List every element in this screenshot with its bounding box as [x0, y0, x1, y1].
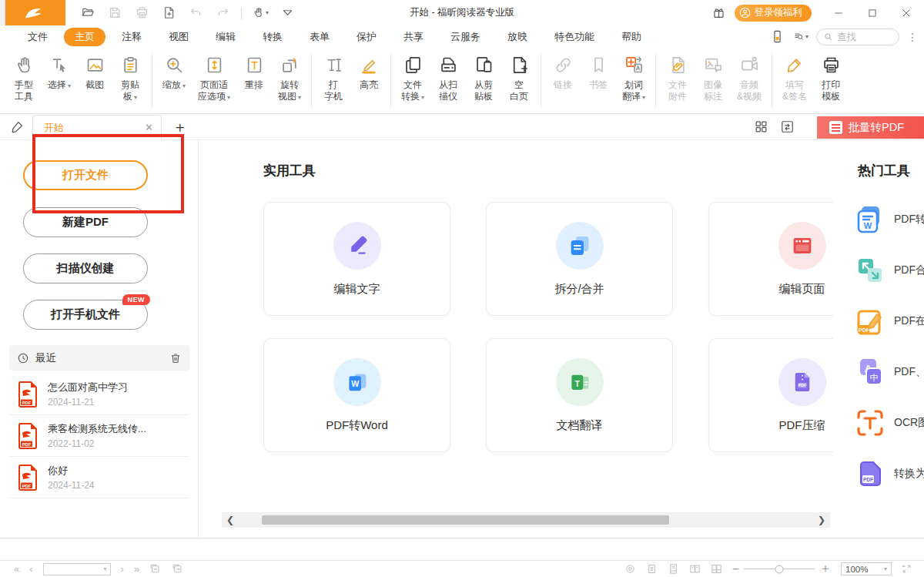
pan-mode-icon[interactable] — [624, 563, 637, 575]
zoom-level-box[interactable]: 100% ▾ — [841, 562, 892, 575]
utility-card-PDF压缩[interactable]: PDF PDF压缩 — [708, 338, 833, 452]
sidebar-button-新建PDF[interactable]: 新建PDF — [23, 207, 148, 237]
utility-card-PDF转Word[interactable]: W PDF转Word — [263, 338, 450, 452]
grid-view-icon[interactable] — [754, 119, 769, 135]
recent-file-item[interactable]: PDF 你好 2024-11-24 — [9, 457, 189, 498]
sidebar-button-打开手机文件[interactable]: 打开手机文件NEW — [23, 300, 148, 330]
utility-card-编辑文字[interactable]: 编辑文字 — [263, 202, 450, 316]
hot-tool-PDF转[interactable]: W PDF转 — [855, 194, 924, 245]
utility-card-文档翻译[interactable]: T 文档翻译 — [486, 338, 673, 452]
menu-item-云服务[interactable]: 云服务 — [450, 30, 480, 44]
ribbon-tool-链接[interactable]: 链接 — [545, 48, 581, 113]
hot-tool-PDF在[interactable]: PDF PDF在 — [855, 296, 924, 347]
redo-icon[interactable] — [214, 5, 231, 22]
scroll-left-icon[interactable]: ❮ — [222, 515, 239, 525]
facing-view-icon[interactable] — [689, 563, 701, 575]
menu-item-共享[interactable]: 共享 — [403, 30, 424, 44]
ribbon-tool-打印模板[interactable]: 打印模板 — [813, 48, 849, 113]
minimize-button[interactable] — [832, 6, 845, 20]
page-number-box[interactable]: ▾ — [43, 563, 111, 575]
ribbon-tool-旋转视图[interactable]: 旋转视图▾ — [272, 48, 307, 113]
search-input[interactable] — [837, 32, 891, 42]
first-page-icon[interactable]: « — [14, 564, 19, 574]
menu-item-特色功能[interactable]: 特色功能 — [554, 30, 594, 44]
trash-icon[interactable] — [169, 352, 182, 364]
maximize-button[interactable] — [865, 6, 879, 20]
menu-item-保护[interactable]: 保护 — [357, 30, 377, 44]
menu-item-主页[interactable]: 主页 — [64, 28, 105, 46]
sidebar-button-扫描仪创建[interactable]: 扫描仪创建 — [23, 253, 148, 283]
fullscreen-icon[interactable] — [901, 563, 913, 575]
ribbon-tool-重排[interactable]: 重排 — [236, 48, 272, 113]
customize-toolbar-icon[interactable] — [279, 5, 296, 22]
ribbon-tool-图像标注[interactable]: 图像标注 — [695, 48, 731, 113]
ribbon-tool-文件附件[interactable]: 文件附件 — [660, 48, 695, 113]
print-icon[interactable] — [133, 5, 150, 22]
scrollbar-track[interactable] — [239, 512, 813, 528]
ribbon-tool-缩放[interactable]: 缩放▾ — [156, 48, 192, 113]
menu-item-注释[interactable]: 注释 — [122, 30, 142, 44]
advanced-find-icon[interactable] — [793, 29, 808, 45]
foxit-logo[interactable] — [0, 0, 65, 25]
sidebar-button-打开文件[interactable]: 打开文件 — [23, 160, 148, 190]
utility-card-拆分/合并[interactable]: 拆分/合并 — [486, 202, 673, 316]
horizontal-scrollbar[interactable]: ❮ ❯ — [222, 512, 830, 528]
hot-tool-转换为[interactable]: PDF 转换为 — [855, 448, 924, 499]
menu-item-编辑[interactable]: 编辑 — [216, 30, 236, 44]
search-box[interactable] — [816, 29, 899, 45]
switch-document-icon[interactable] — [780, 119, 795, 135]
save-icon[interactable] — [106, 5, 123, 22]
tab-close-icon[interactable]: ✕ — [145, 122, 153, 133]
ribbon-tool-手型工具[interactable]: 手型工具 — [6, 48, 42, 113]
menu-item-文件[interactable]: 文件 — [28, 30, 48, 44]
menu-item-放映[interactable]: 放映 — [507, 30, 527, 44]
menu-item-视图[interactable]: 视图 — [169, 30, 189, 44]
zoom-in-button[interactable]: ＋ — [819, 561, 832, 577]
ribbon-tool-空白页[interactable]: 空白页 — [501, 48, 537, 113]
ribbon-tool-截图[interactable]: 截图 — [77, 48, 112, 113]
hot-tool-OCR图[interactable]: OCR图 — [855, 398, 924, 448]
close-button[interactable] — [899, 6, 913, 20]
scrollbar-thumb[interactable] — [262, 515, 670, 525]
ribbon-tool-选择[interactable]: 选择▾ — [42, 48, 77, 113]
zoom-out-icon[interactable]: − — [732, 562, 739, 576]
recent-file-item[interactable]: PDF 怎么面对高中学习 2024-11-21 — [9, 374, 189, 415]
single-page-view-icon[interactable] — [646, 563, 658, 575]
zoom-slider-knob[interactable] — [775, 565, 784, 573]
new-doc-icon[interactable] — [160, 5, 177, 22]
recent-file-item[interactable]: PDF 乘客检测系统无线传... 2022-11-02 — [9, 415, 189, 457]
ribbon-tool-从剪贴板[interactable]: 从剪贴板 — [466, 48, 501, 113]
open-file-icon[interactable] — [79, 5, 96, 22]
menu-item-帮助[interactable]: 帮助 — [621, 30, 641, 44]
more-options-icon[interactable]: ⋮ — [907, 35, 915, 39]
login-button[interactable]: 登录领福利 — [735, 5, 812, 22]
undo-icon[interactable] — [187, 5, 204, 22]
previous-view-icon[interactable] — [149, 563, 162, 575]
hand-pointer-icon[interactable] — [252, 5, 269, 22]
next-view-icon[interactable] — [172, 563, 184, 575]
ribbon-tool-书签[interactable]: 书签 — [581, 48, 616, 113]
zoom-slider[interactable]: − ＋ — [732, 561, 832, 577]
menu-item-表单[interactable]: 表单 — [310, 30, 330, 44]
ribbon-tool-从扫描仪[interactable]: 从扫描仪 — [430, 48, 466, 113]
last-page-icon[interactable]: » — [134, 564, 139, 574]
hot-tool-PDF合[interactable]: PDF合 — [855, 245, 924, 296]
ribbon-tool-填写&签名[interactable]: 填写&签名 — [776, 48, 813, 113]
ribbon-tool-剪贴板[interactable]: 剪贴板▾ — [112, 48, 148, 113]
continuous-view-icon[interactable] — [668, 563, 680, 575]
ribbon-tool-高亮[interactable]: 高亮 — [351, 48, 387, 113]
mobile-phone-icon[interactable] — [770, 29, 785, 45]
new-tab-button[interactable]: ＋ — [172, 117, 187, 137]
gift-icon[interactable] — [711, 5, 727, 21]
ribbon-tool-页面适应选项[interactable]: 页面适应选项▾ — [192, 48, 236, 113]
next-page-icon[interactable]: › — [121, 564, 124, 574]
edit-tab-icon[interactable] — [11, 119, 26, 135]
tab-start[interactable]: 开始 ✕ — [32, 115, 162, 140]
ribbon-tool-文件转换[interactable]: 文件转换▾ — [395, 48, 430, 113]
previous-page-icon[interactable]: ‹ — [29, 564, 32, 574]
scroll-right-icon[interactable]: ❯ — [813, 515, 830, 525]
batch-convert-pdf-button[interactable]: 批量转PDF — [817, 116, 924, 139]
facing-continuous-view-icon[interactable] — [711, 563, 723, 575]
ribbon-tool-划词翻译[interactable]: 划词翻译▾ — [616, 48, 651, 113]
hot-tool-PDF、[interactable]: A中 PDF、 — [855, 347, 924, 398]
